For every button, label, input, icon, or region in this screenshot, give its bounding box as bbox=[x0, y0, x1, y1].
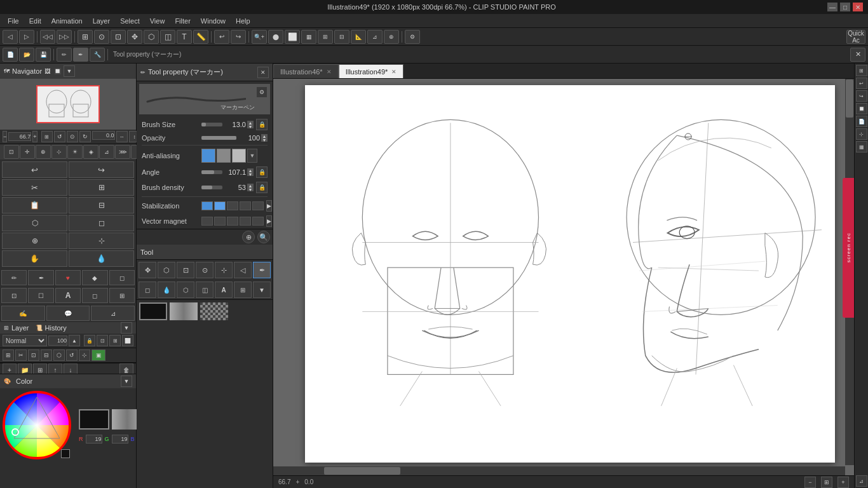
opacity-slider[interactable] bbox=[201, 136, 236, 140]
subtool-diamond[interactable]: ◆ bbox=[82, 270, 107, 285]
mptool-lasso[interactable]: ⊙ bbox=[196, 262, 214, 278]
stab-expand[interactable]: ▶ bbox=[266, 200, 272, 212]
tool-select2[interactable]: ◻ bbox=[69, 215, 134, 231]
rs-btn-1[interactable]: ⊞ bbox=[856, 65, 867, 76]
menu-view[interactable]: View bbox=[145, 16, 170, 26]
layer-folder-new[interactable]: 📁 bbox=[18, 363, 32, 374]
tool-prop-zoom-in[interactable]: ⊕ bbox=[242, 231, 255, 243]
subtool-eraser[interactable]: ◻ bbox=[109, 270, 135, 285]
subtool-speech[interactable]: 💬 bbox=[46, 306, 90, 321]
aa-box-3[interactable] bbox=[232, 149, 246, 163]
mptool-polysel[interactable]: ⊹ bbox=[215, 262, 233, 278]
toolbar-snap[interactable]: ⊕ bbox=[384, 30, 399, 44]
angle-lock[interactable]: 🔒 bbox=[256, 166, 268, 178]
toolbar-text[interactable]: T bbox=[177, 30, 192, 44]
toolbar-move[interactable]: ✥ bbox=[127, 30, 142, 44]
toolbar2-end[interactable]: ✕ bbox=[850, 48, 865, 62]
brush-size-lock[interactable]: 🔒 bbox=[256, 119, 268, 130]
aa-box-1[interactable] bbox=[201, 149, 215, 163]
color-fg-swatch[interactable] bbox=[61, 449, 70, 458]
tool-undo[interactable]: ↩ bbox=[2, 161, 67, 178]
layer-tb-1[interactable]: ⊞ bbox=[3, 349, 14, 361]
nav-zoom-in[interactable]: + bbox=[32, 131, 37, 142]
subtool-shape[interactable]: ☐ bbox=[28, 288, 53, 303]
toolbar-lasso[interactable]: ⊙ bbox=[94, 30, 109, 44]
subtool-pencil[interactable]: ✏ bbox=[1, 270, 27, 285]
density-down[interactable]: ▼ bbox=[247, 187, 254, 191]
tool-small-1[interactable]: ⊡ bbox=[4, 145, 19, 159]
brush-density-slider[interactable] bbox=[201, 186, 222, 189]
toolbar-nav-fwd[interactable]: ▷ bbox=[19, 30, 34, 44]
color-menu[interactable]: ▼ bbox=[121, 376, 132, 387]
aa-dropdown[interactable]: ▼ bbox=[247, 149, 257, 163]
blend-mode-select[interactable]: Normal bbox=[3, 335, 47, 346]
tool-prop-menu[interactable]: ✕ bbox=[257, 67, 269, 78]
tool-small-5[interactable]: ☀ bbox=[67, 145, 83, 159]
toolbar-select-rect[interactable]: ⊞ bbox=[78, 30, 93, 44]
toolbar-ruler2[interactable]: 📐 bbox=[351, 30, 366, 44]
layer-tb-2[interactable]: ✂ bbox=[15, 349, 27, 361]
mp-fg-color[interactable] bbox=[139, 302, 167, 320]
menu-edit[interactable]: Edit bbox=[24, 16, 46, 26]
tool-measure[interactable]: ⊹ bbox=[69, 233, 134, 249]
mp-mid-color[interactable] bbox=[170, 302, 198, 320]
toolbar-settings[interactable]: ⚙ bbox=[405, 30, 420, 44]
mptool-shrink[interactable]: ◁ bbox=[234, 262, 252, 278]
menu-layer[interactable]: Layer bbox=[88, 16, 116, 26]
mp-transparent-color[interactable] bbox=[200, 302, 228, 320]
toolbar2-marker[interactable]: ✒ bbox=[73, 48, 88, 62]
toolbar-expand[interactable]: Quick Ac bbox=[846, 30, 865, 44]
toolbar-transform2[interactable]: ⬜ bbox=[285, 30, 300, 44]
layer-color-btn[interactable]: ▣ bbox=[92, 349, 105, 361]
rs-btn-bot[interactable]: ⊿ bbox=[856, 475, 867, 487]
layer-blend[interactable]: ⊞ bbox=[109, 335, 121, 346]
navigator-thumbnail[interactable] bbox=[36, 85, 100, 123]
nav-rot-ccw[interactable]: ↺ bbox=[54, 131, 65, 142]
toolbar-transform[interactable]: ⊡ bbox=[111, 30, 126, 44]
toolbar-grid[interactable]: ▦ bbox=[301, 30, 316, 44]
tool-hand[interactable]: ✋ bbox=[2, 250, 67, 267]
mptool-eyedrop[interactable]: 💧 bbox=[158, 281, 175, 298]
layer-fill[interactable]: ⬜ bbox=[122, 335, 133, 346]
layer-menu[interactable]: ▼ bbox=[121, 322, 132, 334]
menu-window[interactable]: Window bbox=[196, 16, 231, 26]
tool-small-7[interactable]: ⊿ bbox=[99, 145, 114, 159]
layer-tb-5[interactable]: ⬡ bbox=[53, 349, 65, 361]
layer-clipping[interactable]: ⊡ bbox=[97, 335, 108, 346]
layer-tb-7[interactable]: ⊹ bbox=[79, 349, 90, 361]
tool-eyedrop[interactable]: 💧 bbox=[69, 250, 134, 267]
rs-btn-7[interactable]: ▦ bbox=[856, 141, 867, 152]
mptool-text2[interactable]: A bbox=[215, 281, 233, 298]
nav-angle-input[interactable] bbox=[92, 131, 115, 140]
toolbar-undo[interactable]: ↩ bbox=[214, 30, 229, 44]
mptool-fill3[interactable]: ⬡ bbox=[177, 281, 194, 298]
subtool-pen[interactable]: ✒ bbox=[28, 270, 53, 285]
subtool-deco[interactable]: ◻ bbox=[82, 288, 107, 303]
toolbar-symmetry[interactable]: ⊞ bbox=[318, 30, 333, 44]
scrollbar-h-thumb[interactable] bbox=[324, 467, 400, 475]
tool-scissors[interactable]: ✂ bbox=[2, 179, 67, 196]
mptool-move[interactable]: ✥ bbox=[139, 262, 156, 278]
nav-flip-h[interactable]: ↔ bbox=[116, 131, 128, 142]
toolbar2-tool-prop[interactable]: 🔧 bbox=[90, 48, 105, 62]
toolbar-nav-prev[interactable]: ◁◁ bbox=[40, 30, 55, 44]
tab46-close[interactable]: ✕ bbox=[327, 69, 332, 75]
menu-file[interactable]: File bbox=[3, 16, 24, 26]
tab-illustration46[interactable]: Illustration46* ✕ bbox=[273, 64, 339, 78]
brush-size-down[interactable]: ▼ bbox=[247, 125, 254, 128]
layer-opacity-up[interactable]: ▲ bbox=[69, 335, 80, 346]
minimize-button[interactable]: — bbox=[827, 3, 837, 11]
layer-tb-4[interactable]: ⊟ bbox=[41, 349, 52, 361]
menu-help[interactable]: Help bbox=[231, 16, 255, 26]
toolbar2-save[interactable]: 💾 bbox=[36, 48, 51, 62]
toolbar2-open[interactable]: 📂 bbox=[19, 48, 34, 62]
rs-btn-5[interactable]: 📄 bbox=[856, 116, 867, 127]
density-lock[interactable]: 🔒 bbox=[256, 182, 268, 193]
mptool-pen[interactable]: ✒ bbox=[253, 262, 271, 278]
mptool-grad[interactable]: ◫ bbox=[196, 281, 214, 298]
angle-slider[interactable] bbox=[201, 170, 222, 174]
subtool-fill[interactable]: ⊡ bbox=[1, 288, 27, 303]
angle-down[interactable]: ▼ bbox=[247, 172, 254, 176]
navigator-menu[interactable]: ▼ bbox=[64, 65, 75, 77]
opacity-down[interactable]: ▼ bbox=[261, 138, 268, 142]
